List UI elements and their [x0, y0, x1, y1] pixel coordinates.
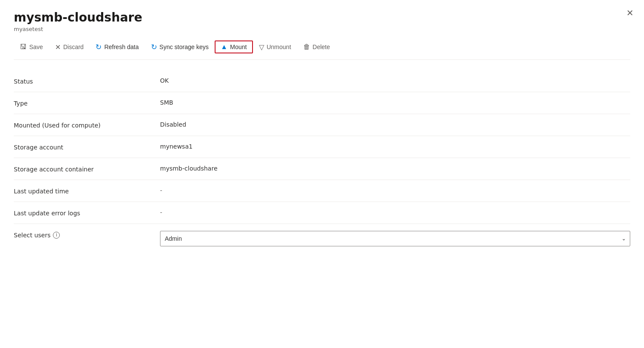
select-users-row: Select users i Admin ⌄ [14, 224, 630, 253]
unmount-button[interactable]: ▽ Unmount [253, 40, 297, 54]
select-users-dropdown[interactable]: Admin [160, 231, 630, 246]
field-value: - [160, 187, 630, 194]
sync-storage-keys-button[interactable]: ↻ Sync storage keys [145, 40, 215, 54]
field-label: Last update error logs [14, 209, 160, 217]
select-users-info-icon[interactable]: i [53, 232, 60, 239]
field-label: Mounted (Used for compute) [14, 121, 160, 129]
field-label: Type [14, 99, 160, 107]
refresh-button[interactable]: ↻ Refresh data [89, 40, 145, 54]
field-value: Disabled [160, 121, 630, 128]
form-row: Mounted (Used for compute)Disabled [14, 114, 630, 136]
save-button[interactable]: 🖫 Save [14, 40, 49, 53]
save-icon: 🖫 [20, 43, 27, 51]
field-value: SMB [160, 99, 630, 106]
panel-title: mysmb-cloudshare [14, 10, 630, 25]
field-value: mynewsa1 [160, 143, 630, 150]
select-users-label: Select users i [14, 231, 160, 239]
form-row: Storage account containermysmb-cloudshar… [14, 158, 630, 180]
field-label: Storage account [14, 143, 160, 151]
mount-button[interactable]: ▲ Mount [215, 40, 253, 53]
close-button[interactable]: ✕ [626, 9, 634, 17]
form-row: Last updated time- [14, 180, 630, 202]
field-value: - [160, 209, 630, 216]
unmount-icon: ▽ [259, 43, 264, 51]
form-row: Storage accountmynewsa1 [14, 136, 630, 158]
delete-button[interactable]: 🗑 Delete [297, 40, 336, 53]
field-label: Status [14, 77, 160, 85]
field-value: OK [160, 77, 630, 84]
field-label: Last updated time [14, 187, 160, 195]
sync-icon: ↻ [151, 43, 157, 52]
refresh-icon: ↻ [96, 43, 102, 52]
form-row: Last update error logs- [14, 202, 630, 224]
form-section: StatusOKTypeSMBMounted (Used for compute… [14, 70, 630, 253]
discard-icon: ✕ [55, 43, 61, 51]
discard-button[interactable]: ✕ Discard [49, 40, 89, 54]
mount-icon: ▲ [221, 43, 228, 51]
delete-icon: 🗑 [303, 43, 310, 51]
panel-subtitle: myasetest [14, 26, 630, 32]
form-row: TypeSMB [14, 92, 630, 114]
form-row: StatusOK [14, 70, 630, 92]
field-label: Storage account container [14, 165, 160, 173]
detail-panel: ✕ mysmb-cloudshare myasetest 🖫 Save ✕ Di… [0, 0, 644, 348]
field-value: mysmb-cloudshare [160, 165, 630, 172]
select-users-wrapper: Admin ⌄ [160, 231, 630, 246]
toolbar: 🖫 Save ✕ Discard ↻ Refresh data ↻ Sync s… [14, 40, 630, 60]
